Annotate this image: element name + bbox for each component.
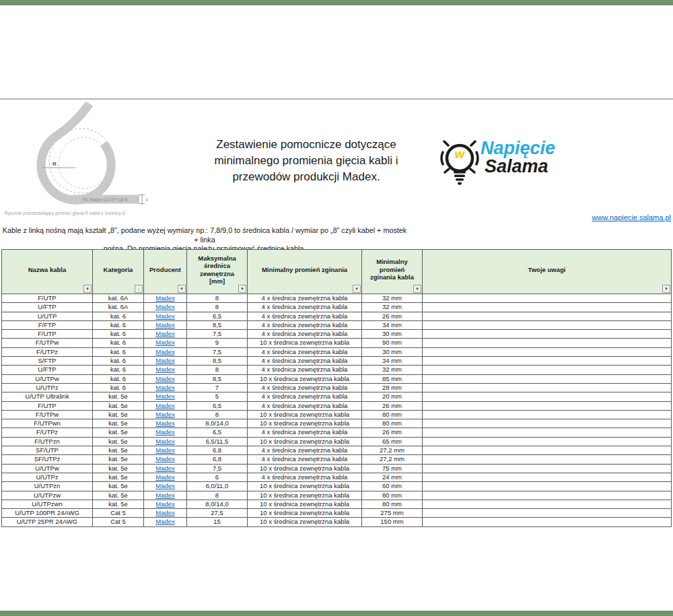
cell-max-diameter: 8,0/14,0 (187, 500, 248, 508)
table-row: U/UTPwkat. 6Madex8,510 x średnica zewnęt… (2, 374, 672, 383)
cell-min-radius: 75 mm (362, 464, 423, 473)
cell-bend-rule: 10 x średnica zewnętrzna kabla (248, 500, 362, 508)
cell-cable-name: U/UTP 100PR 24AWG (2, 509, 93, 518)
cell-notes (423, 482, 672, 491)
table-row: U/UTPzwkat. 5eMadex810 x średnica zewnęt… (2, 491, 672, 500)
cell-max-diameter: 6,5 (187, 428, 248, 437)
cell-cable-name: F/UTPwn (2, 419, 93, 428)
cell-producer: Madex (144, 473, 187, 481)
figure-caption: Rysunek przedstawiający promień gięcia R… (5, 211, 207, 215)
cell-bend-rule: 10 x średnica zewnętrzna kabla (248, 509, 362, 518)
cell-max-diameter: 8 (187, 303, 248, 312)
producer-link[interactable]: Madex (155, 348, 175, 355)
cell-category: kat. 5e (93, 419, 144, 428)
producer-link[interactable]: Madex (155, 446, 175, 454)
cell-category: Cat 5 (93, 518, 144, 526)
producer-link[interactable]: Madex (155, 491, 175, 499)
producer-link[interactable]: Madex (155, 473, 175, 481)
cell-category: kat. 5e (93, 491, 144, 500)
cell-min-radius: 150 mm (362, 518, 423, 526)
table-header-row: Nazwa kabla▼Kategoria↓Producent▼Maksymal… (2, 250, 672, 294)
cell-producer: Madex (144, 437, 187, 446)
cell-max-diameter: 8,5 (187, 320, 248, 329)
table-row: F/UTPzkat. 6Madex7,54 x średnica zewnętr… (2, 347, 672, 356)
cell-notes (423, 294, 672, 303)
cell-min-radius: 26 mm (362, 401, 423, 410)
cell-category: kat. 5e (93, 410, 144, 419)
producer-link[interactable]: Madex (155, 330, 175, 337)
producer-link[interactable]: Madex (155, 402, 175, 409)
title-line: przewodów produkcji Madex. (192, 169, 421, 185)
filter-dropdown-button[interactable]: ▼ (178, 285, 186, 293)
cell-bend-rule: 4 x średnica zewnętrzna kabla (248, 455, 362, 464)
producer-link[interactable]: Madex (155, 411, 175, 418)
producer-link[interactable]: Madex (155, 366, 175, 373)
cell-producer: Madex (144, 428, 187, 437)
page-title: Zestawienie pomocnicze dotyczące minimal… (192, 137, 421, 185)
table-row: U/UTPzwnkat. 5eMadex8,0/14,010 x średnic… (2, 500, 672, 508)
cell-cable-name: F/FTP (2, 320, 93, 329)
table-row: F/FTPkat. 6Madex8,54 x średnica zewnętrz… (2, 320, 672, 329)
producer-link[interactable]: Madex (155, 500, 175, 508)
cell-max-diameter: 9 (187, 339, 248, 347)
cell-category: kat. 5e (93, 464, 144, 473)
cell-max-diameter: 5 (187, 392, 248, 401)
cell-max-diameter: 8 (187, 294, 248, 303)
cell-producer: Madex (144, 339, 187, 347)
cell-min-radius: 30 mm (362, 347, 423, 356)
cell-notes (423, 357, 672, 366)
producer-link[interactable]: Madex (155, 438, 175, 445)
website-link[interactable]: www.napiecie.salama.pl (592, 213, 671, 221)
cable-bend-diagram: FK Madex U/UTP cat 6 R D (5, 102, 160, 210)
filter-dropdown-button[interactable]: ▼ (238, 285, 246, 293)
cell-producer: Madex (144, 419, 187, 428)
filter-dropdown-button[interactable]: ▼ (413, 285, 421, 293)
lightbulb-icon: w (439, 137, 482, 190)
cell-notes (423, 374, 672, 383)
producer-link[interactable]: Madex (155, 428, 175, 436)
producer-link[interactable]: Madex (155, 312, 175, 320)
cell-notes (423, 491, 672, 500)
producer-link[interactable]: Madex (155, 294, 175, 302)
cell-bend-rule: 4 x średnica zewnętrzna kabla (248, 303, 362, 312)
producer-link[interactable]: Madex (155, 518, 175, 525)
cell-max-diameter: 6,0/11,0 (187, 482, 248, 491)
producer-link[interactable]: Madex (155, 384, 175, 391)
horizontal-divider (0, 98, 673, 100)
bent-cable (41, 104, 111, 200)
cell-producer: Madex (144, 446, 187, 455)
cell-category: kat. 5e (93, 428, 144, 437)
producer-link[interactable]: Madex (155, 509, 175, 516)
table-row: U/UTPzkat. 5eMadex64 x średnica zewnętrz… (2, 473, 672, 481)
producer-link[interactable]: Madex (155, 357, 175, 364)
cell-bend-rule: 10 x średnica zewnętrzna kabla (248, 419, 362, 428)
producer-link[interactable]: Madex (155, 339, 175, 346)
cell-min-radius: 90 mm (362, 339, 423, 347)
title-line: Zestawienie pomocnicze dotyczące (192, 137, 421, 153)
producer-link[interactable]: Madex (155, 375, 175, 382)
producer-link[interactable]: Madex (155, 419, 175, 427)
producer-link[interactable]: Madex (155, 482, 175, 489)
filter-dropdown-button[interactable]: ▼ (83, 285, 92, 293)
cell-max-diameter: 7,5 (187, 330, 248, 339)
cell-producer: Madex (144, 410, 187, 419)
producer-link[interactable]: Madex (155, 455, 175, 463)
producer-link[interactable]: Madex (155, 392, 175, 400)
producer-link[interactable]: Madex (155, 321, 175, 329)
cell-cable-name: U/FTP (2, 366, 93, 374)
cell-category: kat. 5e (93, 401, 144, 410)
cell-notes (423, 366, 672, 374)
producer-link[interactable]: Madex (155, 465, 175, 472)
filter-dropdown-button[interactable]: ▼ (353, 285, 361, 293)
cell-producer: Madex (144, 383, 187, 392)
cell-bend-rule: 10 x średnica zewnętrzna kabla (248, 437, 362, 446)
cell-bend-rule: 4 x średnica zewnętrzna kabla (248, 312, 362, 320)
cell-cable-name: U/UTPz (2, 473, 93, 481)
filter-dropdown-button[interactable]: ↓ (135, 285, 143, 293)
cell-bend-rule: 4 x średnica zewnętrzna kabla (248, 320, 362, 329)
cell-cable-name: U/UTP 25PR 24AWG (2, 518, 93, 526)
cell-max-diameter: 7 (187, 383, 248, 392)
cell-cable-name: F/UTP (2, 330, 93, 339)
producer-link[interactable]: Madex (155, 303, 175, 310)
filter-dropdown-button[interactable]: ▼ (662, 285, 670, 293)
